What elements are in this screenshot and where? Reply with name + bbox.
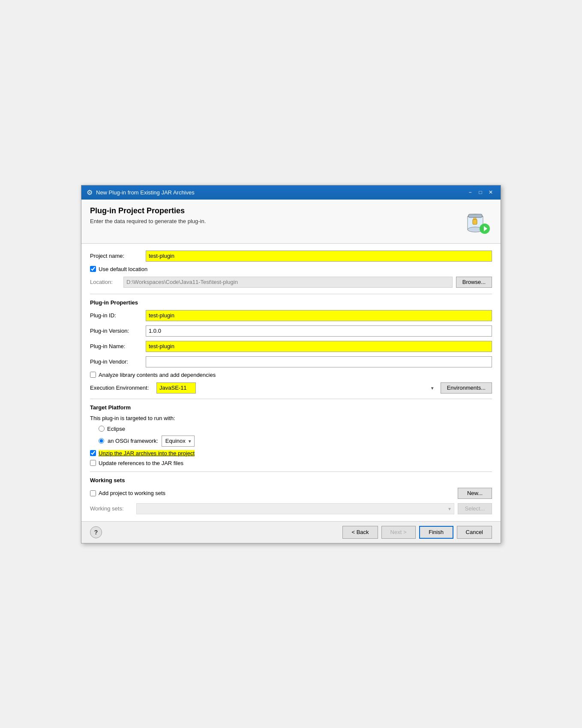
plugin-version-label: Plug-in Version: [90,328,146,334]
minimize-button[interactable]: − [465,188,475,196]
plugin-version-row: Plug-in Version: [90,325,492,337]
next-button[interactable]: Next > [381,526,416,539]
header-subtitle: Enter the data required to generate the … [90,218,462,224]
svg-rect-7 [474,218,474,220]
working-sets-select [136,503,454,514]
content-area: Project name: Use default location Locat… [81,244,501,521]
analyze-library-label: Analyze library contents and add depende… [99,372,216,378]
use-default-location-label: Use default location [99,266,147,272]
help-button[interactable]: ? [90,526,102,538]
update-refs-checkbox[interactable] [90,460,96,466]
target-run-with-label: This plug-in is targeted to run with: [90,415,175,421]
plugin-version-input[interactable] [146,325,492,337]
cancel-button[interactable]: Cancel [457,526,492,539]
divider-2 [90,399,492,399]
plugin-vendor-input[interactable] [146,356,492,367]
use-default-location-row: Use default location [90,266,492,272]
osgi-framework-select[interactable]: Equinox [162,436,195,447]
plugin-vendor-label: Plug-in Vendor: [90,358,146,365]
header-section: Plug-in Project Properties Enter the dat… [81,200,501,244]
location-input [123,277,453,288]
working-sets-dropdown-label: Working sets: [90,505,133,512]
working-sets-section: Working sets Add project to working sets… [90,477,492,514]
finish-button[interactable]: Finish [419,526,453,539]
working-sets-dropdown-wrapper [136,503,454,514]
project-name-input[interactable] [146,251,492,262]
add-to-working-sets-checkbox-group: Add project to working sets [90,490,454,496]
osgi-radio-label: an OSGi framework: [108,438,158,444]
execution-env-select-wrapper: JavaSE-11 [156,382,437,394]
footer-right: < Back Next > Finish Cancel [342,526,492,539]
target-run-with-label-row: This plug-in is targeted to run with: [90,415,492,421]
close-button[interactable]: ✕ [486,188,495,196]
osgi-radio[interactable] [99,438,104,444]
execution-env-label: Execution Environment: [90,385,156,391]
select-working-set-button: Select... [458,503,492,514]
plugin-properties-section: Plug-in Properties Plug-in ID: Plug-in V… [90,299,492,394]
add-to-working-sets-row: Add project to working sets New... [90,488,492,499]
eclipse-radio[interactable] [99,426,105,432]
plugin-properties-title: Plug-in Properties [90,299,492,306]
plugin-id-row: Plug-in ID: [90,310,492,321]
working-sets-title: Working sets [90,477,492,483]
plugin-name-input[interactable] [146,341,492,352]
update-refs-row: Update references to the JAR files [90,460,492,466]
analyze-library-row: Analyze library contents and add depende… [90,372,492,378]
dialog-icon: ⚙ [87,188,93,197]
add-to-working-sets-label: Add project to working sets [99,490,165,496]
footer: ? < Back Next > Finish Cancel [81,521,501,543]
osgi-row: an OSGi framework: Equinox [90,436,492,447]
title-bar-title: New Plug-in from Existing JAR Archives [96,189,195,196]
header-text: Plug-in Project Properties Enter the dat… [90,206,462,224]
unzip-row: Unzip the JAR archives into the project [90,450,492,456]
eclipse-radio-label: Eclipse [107,426,125,432]
svg-rect-6 [473,219,477,224]
unzip-label: Unzip the JAR archives into the project [99,450,195,456]
divider-1 [90,294,492,294]
location-label: Location: [90,279,120,285]
analyze-library-checkbox[interactable] [90,372,96,378]
back-button[interactable]: < Back [342,526,378,539]
title-bar-controls: − □ ✕ [465,188,495,196]
title-bar-left: ⚙ New Plug-in from Existing JAR Archives [87,188,195,197]
plugin-jar-icon [462,206,492,236]
add-to-working-sets-checkbox[interactable] [90,490,96,496]
location-row: Location: Browse... [90,277,492,288]
browse-button[interactable]: Browse... [456,277,492,288]
target-platform-title: Target Platform [90,404,492,411]
execution-env-select[interactable]: JavaSE-11 [156,382,196,394]
project-name-label: Project name: [90,253,146,259]
plugin-name-label: Plug-in Name: [90,343,146,349]
new-working-set-button[interactable]: New... [458,488,492,499]
use-default-location-checkbox[interactable] [90,266,96,272]
plugin-vendor-row: Plug-in Vendor: [90,356,492,367]
execution-env-row: Execution Environment: JavaSE-11 Environ… [90,382,492,394]
target-platform-section: Target Platform This plug-in is targeted… [90,404,492,466]
plugin-name-row: Plug-in Name: [90,341,492,352]
unzip-checkbox[interactable] [90,450,96,456]
divider-3 [90,471,492,472]
project-name-row: Project name: [90,251,492,262]
eclipse-radio-row: Eclipse [90,426,492,432]
osgi-framework-select-wrapper: Equinox [162,436,195,447]
dialog: ⚙ New Plug-in from Existing JAR Archives… [81,185,501,543]
svg-rect-3 [468,214,482,218]
environments-button[interactable]: Environments... [441,382,492,394]
footer-left: ? [90,526,102,538]
plugin-id-label: Plug-in ID: [90,312,146,319]
plugin-id-input[interactable] [146,310,492,321]
title-bar: ⚙ New Plug-in from Existing JAR Archives… [81,185,501,200]
svg-rect-8 [475,218,476,220]
header-title: Plug-in Project Properties [90,206,462,215]
working-sets-dropdown-row: Working sets: Select... [90,503,492,514]
update-refs-label: Update references to the JAR files [99,460,183,466]
maximize-button[interactable]: □ [476,188,485,196]
